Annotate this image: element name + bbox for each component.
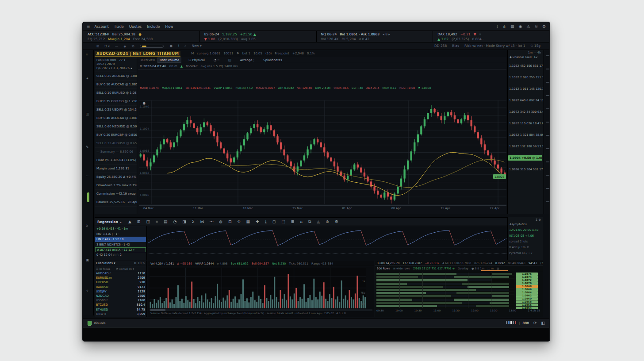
lower-toolbar-icon[interactable]: ⧉ <box>308 219 311 224</box>
lower-toolbar-icon[interactable]: ⤓ <box>265 219 267 224</box>
execution-row[interactable]: ETHUSD34.75 <box>95 307 146 312</box>
menubar-icon[interactable]: ≋ <box>534 24 538 29</box>
orderbook-row[interactable]: 1.0932 1 321 804 38.09 <box>508 129 543 141</box>
orderbook-row[interactable]: 1.0886 310 304 531 17.18 <box>508 164 543 175</box>
chart-tab[interactable]: Splashnotes <box>261 58 284 62</box>
menu-item[interactable]: Quotes <box>129 25 142 29</box>
account-log-row[interactable]: BUY 0.20 EURGBP @ 0.8563 +8.41 <box>95 131 137 139</box>
snowflake-icon[interactable]: ❅ <box>142 101 146 106</box>
quote-group[interactable]: DAX 18,492−0.21▼⌗▲ 1.02(2,63 325)0.604 · <box>433 31 549 42</box>
asymptotics-row[interactable]: (0)1·25 05 +4.06 <box>508 233 543 239</box>
account-log-row[interactable]: Drawdown 3.2% max 8.1% <box>95 181 137 190</box>
execution-row[interactable]: AUDCAD.r1110 <box>95 271 146 276</box>
execution-row[interactable]: NZDCAD2300 <box>95 294 146 298</box>
ladder-price-cell[interactable]: 1.0862 <box>516 294 538 297</box>
lower-toolbar-icon[interactable]: ◨ <box>182 219 186 224</box>
toolbar-button[interactable]: ● <box>170 44 173 48</box>
volume-scrollbar[interactable] <box>150 309 372 311</box>
chart-tab[interactable]: ⎔ Physical <box>187 58 207 62</box>
ladder-price-cell[interactable]: 1.0870 <box>516 282 538 285</box>
lower-toolbar-icon[interactable]: ◻ <box>272 219 276 224</box>
orderbook-row[interactable]: 1.0992 640 6 092 84.12 <box>508 95 543 106</box>
lower-toolbar-icon[interactable]: ⊡ <box>228 219 232 224</box>
ladder-price-cell[interactable]: 1.0868 <box>516 285 538 288</box>
lower-toolbar-icon[interactable]: ⌂ <box>300 219 303 224</box>
toolbar-button[interactable]: Risk w/ net · Mode Story w/ L3 · lot 1 <box>464 44 525 48</box>
toolbar-button[interactable]: DD 258 <box>434 44 447 48</box>
quote-group[interactable]: ES 06-245,187.25+21.50 ▲▼ 1.08(2,010-300… <box>200 31 317 42</box>
lower-toolbar-icon[interactable]: ⌗ <box>156 219 158 224</box>
execution-row[interactable]: US500.f7160 <box>95 298 146 303</box>
status-left-label[interactable]: Visuals <box>94 321 105 325</box>
lower-toolbar-icon[interactable]: ◍ <box>219 219 222 224</box>
toolbar-button[interactable]: tf ▾ <box>104 44 110 48</box>
status-icon[interactable]: ⟳ <box>533 321 537 325</box>
orderbook-row[interactable]: 1.0972 342 34 300 63.45 <box>508 106 543 118</box>
symbol-title[interactable]: AUDCAD-2024 | NET LONG TITANIUM <box>95 51 180 57</box>
asymptotics-row[interactable]: Pyramid 45 / −7 <box>508 250 543 256</box>
lower-toolbar-icon[interactable]: ▤ <box>164 219 168 224</box>
ladder-price-cell[interactable]: 1.0866 <box>516 288 538 291</box>
chart-tab[interactable]: Root Volume <box>157 58 181 63</box>
account-log-row[interactable]: BUY 0.75 GBPUSD @ 1.2581 +128.19 <box>95 97 137 106</box>
orderbook-row[interactable]: 1.1032 2 020 255 151.76 <box>508 72 543 83</box>
lower-toolbar-title[interactable]: Regression ⌄ <box>97 220 122 224</box>
depth-heatmap[interactable] <box>376 273 514 308</box>
regression-row[interactable]: +0.19 0.418 · 41 · 1m <box>95 226 146 231</box>
toolbar-button[interactable]: ! <box>178 44 179 48</box>
lower-toolbar-icon[interactable]: ⊕ <box>326 219 329 224</box>
ladder-price-cell[interactable]: 1.0876 <box>516 273 538 276</box>
sidebar-tool-icon[interactable]: ✦ <box>86 77 89 81</box>
account-log-row[interactable]: Float P/L +305.04 (31.8%) <box>95 156 137 165</box>
status-icon[interactable]: ◧ <box>541 321 545 325</box>
ladder-price-cell[interactable]: 1.0860 <box>516 297 538 300</box>
execution-row[interactable]: GBPUSD930 <box>95 280 146 284</box>
toolbar-button[interactable]: ⌕ <box>184 44 186 48</box>
asymptotics-row[interactable]: 0.488 μ 1m ≋ <box>508 245 543 250</box>
menubar-icon[interactable]: ◉ <box>518 24 522 29</box>
account-log-row[interactable]: Commission −42.19 swap −3.8 <box>95 190 137 198</box>
lower-toolbar-icon[interactable]: ⚙ <box>335 219 338 224</box>
right-scrollbar[interactable] <box>544 50 550 214</box>
sidebar-tool-icon[interactable]: ✧ <box>86 289 89 293</box>
menu-item[interactable]: Trade <box>114 25 124 29</box>
menu-item[interactable]: Flow <box>165 25 173 29</box>
orderbook-row[interactable]: 1.0912 132 180 59 53.20 <box>508 141 543 152</box>
ladder-price-cell[interactable]: 1.0856 <box>516 303 538 307</box>
menubar-icon[interactable]: ▦ <box>510 24 514 29</box>
sidebar-tool-icon[interactable]: ⌂ <box>86 223 88 227</box>
ladder-price-cell[interactable]: 1.0872 <box>516 279 538 282</box>
zoom-slider[interactable] <box>140 45 164 48</box>
orderbook-panel-toolbar[interactable]: 1m — 4h <box>508 50 543 55</box>
ladder-price-cell[interactable]: 1.0858 <box>516 300 538 303</box>
lower-toolbar-icon[interactable]: ◬ <box>317 219 320 224</box>
account-log-row[interactable]: Margin used 1,295.31 <box>95 165 137 173</box>
price-ladder[interactable]: 1.08761.08741.08721.08701.08681.08661.08… <box>516 273 538 308</box>
account-log-row[interactable]: Balance 25,525.16 · 28 Apr <box>95 198 137 207</box>
regression-row[interactable]: MA· 3.416 | · 1 · <box>95 231 146 237</box>
ladder-price-cell[interactable]: 1.0864 <box>516 291 538 294</box>
execution-row[interactable]: EURUSD.m2709 <box>95 276 146 280</box>
regression-row[interactable]: 0 42 12 04 ○ ◌ 2 <box>95 252 146 257</box>
account-log-row[interactable]: BUY 0.40 AUDCAD @ 1.0818 +96.52 <box>95 114 137 123</box>
lower-toolbar-icon[interactable]: ✚ <box>256 219 259 224</box>
lower-toolbar-icon[interactable]: Σ <box>192 219 195 224</box>
execution-row[interactable]: BTCUSD510.4 <box>95 303 146 307</box>
lower-toolbar-icon[interactable]: ▲ <box>128 219 131 224</box>
execution-row[interactable]: OILWTI3,059 <box>95 312 146 316</box>
current-price-row[interactable]: 1.0904 +0.50 @ 1.0861 ▸ <box>508 155 542 161</box>
toolbar-button[interactable]: New ▾ <box>192 44 202 48</box>
menu-item[interactable]: Account <box>95 25 109 29</box>
menubar-icon[interactable]: ⋔ <box>502 24 506 29</box>
lower-toolbar-icon[interactable]: ⚯ <box>210 219 214 224</box>
chart-tab[interactable]: ◔ :: <box>212 58 221 62</box>
toolbar-button[interactable]: ⊞ <box>96 44 99 48</box>
menu-item[interactable]: Include <box>147 25 160 29</box>
sidebar-tool-icon[interactable]: ✎ <box>86 145 89 149</box>
executions-title[interactable]: Executions ▾ <box>96 261 115 265</box>
lower-toolbar-icon[interactable]: ⟐ <box>238 219 241 224</box>
account-log-row[interactable]: BUY 0.50 AUDCAD @ 1.0851 +41.25 <box>95 81 137 89</box>
toolbar-button[interactable]: ⏱ 15g <box>530 44 540 48</box>
asymptotics-row[interactable]: 12/21.05 20 05 4.59 <box>508 227 543 233</box>
menubar-icon[interactable]: ⚙ <box>542 24 546 29</box>
